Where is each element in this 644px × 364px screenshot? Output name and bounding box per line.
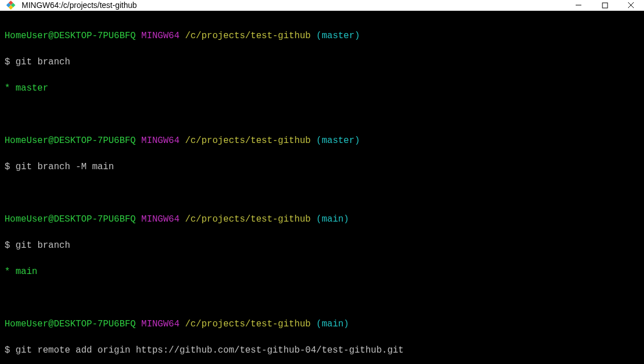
prompt-dollar: $ [5,57,10,67]
titlebar[interactable]: MINGW64:/c/projects/test-github [0,0,644,11]
blank-line [5,187,639,200]
user-host: HomeUser@DESKTOP-7PU6BFQ [5,319,136,329]
command-text: git remote add origin https://github.com… [15,345,404,355]
mingw-terminal-window: MINGW64:/c/projects/test-github HomeUser… [0,0,644,364]
app-icon [6,0,16,10]
command-text: git branch -M main [15,162,114,172]
shell-name: MINGW64 [141,214,179,224]
output-line: * master [5,82,639,95]
branch-indicator: (main) [316,214,349,224]
command-line: $ git branch [5,239,639,252]
prompt-dollar: $ [5,345,10,355]
prompt-dollar: $ [5,162,10,172]
prompt-dollar: $ [5,240,10,251]
branch-indicator: (master) [316,31,360,41]
command-line: $ git branch -M main [5,161,639,174]
minimize-button[interactable] [565,0,592,10]
prompt-line: HomeUser@DESKTOP-7PU6BFQ MINGW64 /c/proj… [5,318,639,331]
shell-name: MINGW64 [141,136,179,146]
command-line: $ git branch [5,56,639,69]
cwd-path: /c/projects/test-github [185,136,311,146]
window-title: MINGW64:/c/projects/test-github [22,1,565,10]
command-text: git branch [15,57,70,67]
prompt-line: HomeUser@DESKTOP-7PU6BFQ MINGW64 /c/proj… [5,134,639,148]
user-host: HomeUser@DESKTOP-7PU6BFQ [5,214,136,224]
blank-line [5,108,639,121]
user-host: HomeUser@DESKTOP-7PU6BFQ [5,136,136,146]
close-button[interactable] [618,0,644,10]
user-host: HomeUser@DESKTOP-7PU6BFQ [5,31,136,41]
cwd-path: /c/projects/test-github [185,214,311,224]
blank-line [5,292,639,305]
branch-indicator: (master) [316,136,360,146]
shell-name: MINGW64 [141,319,179,329]
branch-indicator: (main) [316,319,349,329]
svg-rect-5 [602,3,608,8]
window-controls [565,0,644,10]
terminal-body[interactable]: HomeUser@DESKTOP-7PU6BFQ MINGW64 /c/proj… [0,11,644,364]
maximize-button[interactable] [592,0,618,10]
cwd-path: /c/projects/test-github [185,319,311,329]
prompt-line: HomeUser@DESKTOP-7PU6BFQ MINGW64 /c/proj… [5,213,639,226]
cwd-path: /c/projects/test-github [185,31,311,41]
shell-name: MINGW64 [141,31,179,41]
prompt-line: HomeUser@DESKTOP-7PU6BFQ MINGW64 /c/proj… [5,30,639,43]
command-text: git branch [15,240,70,251]
command-line: $ git remote add origin https://github.c… [5,344,639,357]
output-line: * main [5,265,639,279]
